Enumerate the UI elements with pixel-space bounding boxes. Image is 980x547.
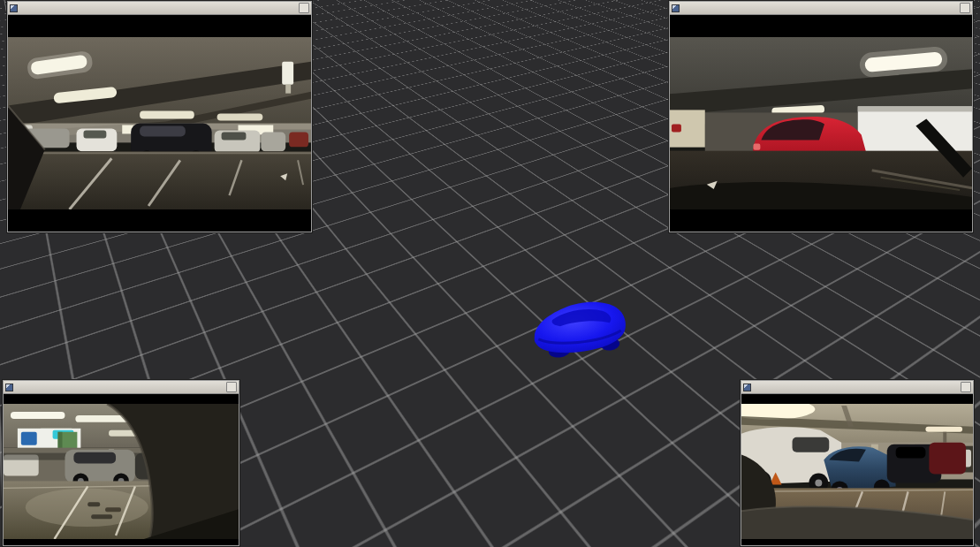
- video-content: [4, 394, 239, 545]
- window-vid-rear-left: [3, 380, 239, 546]
- titlebar-rear-left[interactable]: [4, 381, 239, 394]
- window-vid-rear-right: [741, 380, 974, 546]
- camera-image-rear-left: [4, 404, 239, 539]
- video-content: [670, 15, 972, 232]
- ego-vehicle-model: [524, 289, 634, 363]
- window-vid-front-right: [669, 1, 973, 232]
- close-icon[interactable]: [299, 3, 309, 13]
- titlebar-front-right[interactable]: [670, 2, 972, 15]
- video-content: [741, 394, 973, 545]
- close-icon[interactable]: [961, 382, 971, 392]
- camera-image-rear-right: [741, 404, 973, 539]
- window-icon: [743, 384, 751, 391]
- close-icon[interactable]: [960, 3, 970, 13]
- window-vid-front-left: [7, 1, 312, 232]
- window-icon: [672, 4, 680, 12]
- video-content: [8, 15, 311, 232]
- titlebar-front-left[interactable]: [8, 2, 311, 15]
- close-icon[interactable]: [226, 382, 237, 392]
- camera-image-front-right: [670, 37, 972, 209]
- titlebar-rear-right[interactable]: [741, 381, 973, 394]
- window-icon: [10, 4, 18, 12]
- window-icon: [5, 384, 13, 391]
- camera-image-front-left: [8, 37, 311, 209]
